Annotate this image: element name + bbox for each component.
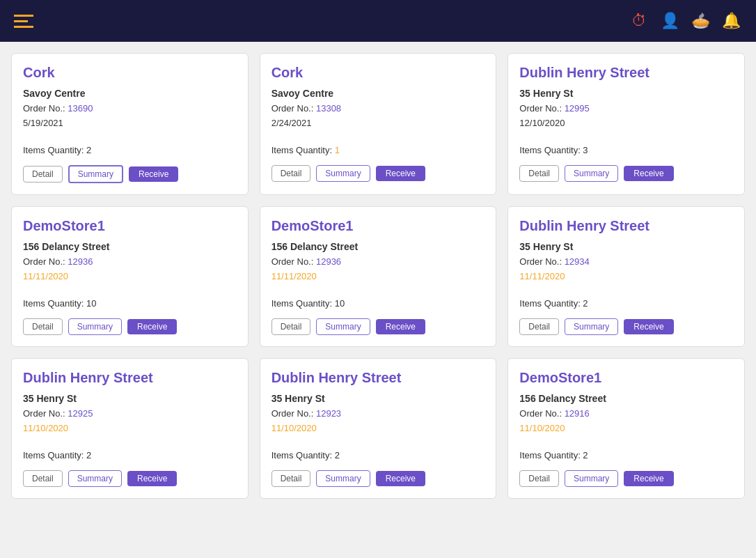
card-date-5: 11/11/2020 bbox=[519, 271, 733, 281]
receive-button-7[interactable]: Receive bbox=[376, 471, 425, 486]
card-address-1: Savoy Centre bbox=[271, 88, 485, 99]
summary-button-3[interactable]: Summary bbox=[68, 318, 122, 335]
card-title-1: Cork bbox=[271, 65, 485, 81]
bell-icon[interactable]: 🔔 bbox=[720, 10, 742, 32]
cards-grid: Cork Savoy Centre Order No.: 13690 5/19/… bbox=[11, 53, 745, 499]
card-date-1: 2/24/2021 bbox=[271, 118, 485, 128]
card-order-1: Order No.: 13308 bbox=[271, 103, 485, 114]
card-title-3: DemoStore1 bbox=[23, 218, 237, 234]
card-address-8: 156 Delancy Street bbox=[519, 393, 733, 404]
card-5: Dublin Henry Street 35 Henry St Order No… bbox=[507, 206, 745, 347]
card-date-0: 5/19/2021 bbox=[23, 118, 237, 128]
user-icon[interactable]: 👤 bbox=[659, 10, 681, 32]
summary-button-5[interactable]: Summary bbox=[565, 318, 618, 335]
card-items-3: Items Quantity: 10 bbox=[23, 298, 237, 309]
summary-button-2[interactable]: Summary bbox=[565, 165, 618, 182]
receive-button-3[interactable]: Receive bbox=[127, 319, 177, 334]
card-7: Dublin Henry Street 35 Henry St Order No… bbox=[260, 358, 497, 499]
card-date-3: 11/11/2020 bbox=[23, 271, 237, 281]
card-items-6: Items Quantity: 2 bbox=[23, 450, 237, 460]
card-buttons-1: Detail Summary Receive bbox=[271, 165, 485, 182]
card-order-3: Order No.: 12936 bbox=[23, 256, 237, 267]
card-0: Cork Savoy Centre Order No.: 13690 5/19/… bbox=[11, 53, 249, 195]
card-order-6: Order No.: 12925 bbox=[23, 408, 237, 419]
card-title-0: Cork bbox=[23, 65, 237, 81]
hamburger-menu[interactable] bbox=[14, 15, 33, 28]
card-items-8: Items Quantity: 2 bbox=[519, 450, 733, 460]
card-order-0: Order No.: 13690 bbox=[23, 103, 237, 114]
card-3: DemoStore1 156 Delancy Street Order No.:… bbox=[11, 206, 249, 347]
card-title-4: DemoStore1 bbox=[271, 218, 485, 234]
card-items-7: Items Quantity: 2 bbox=[271, 450, 485, 460]
detail-button-6[interactable]: Detail bbox=[23, 470, 63, 487]
detail-button-1[interactable]: Detail bbox=[271, 165, 311, 182]
card-address-7: 35 Henry St bbox=[271, 393, 485, 404]
breadcrumb bbox=[45, 15, 53, 27]
main-scroll[interactable]: Cork Savoy Centre Order No.: 13690 5/19/… bbox=[0, 42, 756, 558]
card-buttons-7: Detail Summary Receive bbox=[271, 470, 485, 487]
card-address-4: 156 Delancy Street bbox=[271, 241, 485, 252]
receive-button-1[interactable]: Receive bbox=[376, 166, 425, 181]
summary-button-7[interactable]: Summary bbox=[316, 470, 370, 487]
card-items-4: Items Quantity: 10 bbox=[271, 298, 485, 309]
card-date-7: 11/10/2020 bbox=[271, 423, 485, 433]
card-date-4: 11/11/2020 bbox=[271, 271, 485, 281]
receive-button-2[interactable]: Receive bbox=[624, 166, 673, 181]
card-date-2: 12/10/2020 bbox=[519, 118, 733, 128]
card-buttons-3: Detail Summary Receive bbox=[23, 318, 237, 335]
card-buttons-6: Detail Summary Receive bbox=[23, 470, 237, 487]
receive-button-6[interactable]: Receive bbox=[127, 471, 177, 486]
card-6: Dublin Henry Street 35 Henry St Order No… bbox=[11, 358, 249, 499]
card-order-2: Order No.: 12995 bbox=[519, 103, 733, 114]
card-order-5: Order No.: 12934 bbox=[519, 256, 733, 267]
card-buttons-8: Detail Summary Receive bbox=[519, 470, 733, 487]
summary-button-8[interactable]: Summary bbox=[565, 470, 618, 487]
summary-button-4[interactable]: Summary bbox=[316, 318, 370, 335]
card-title-8: DemoStore1 bbox=[519, 370, 733, 386]
card-date-8: 11/10/2020 bbox=[519, 423, 733, 433]
header: ⏱ 👤 🥧 🔔 bbox=[0, 0, 756, 42]
card-address-2: 35 Henry St bbox=[519, 88, 733, 99]
detail-button-3[interactable]: Detail bbox=[23, 318, 63, 335]
receive-button-8[interactable]: Receive bbox=[624, 471, 673, 486]
card-items-5: Items Quantity: 2 bbox=[519, 298, 733, 309]
card-order-4: Order No.: 12936 bbox=[271, 256, 485, 267]
card-address-0: Savoy Centre bbox=[23, 88, 237, 99]
card-address-5: 35 Henry St bbox=[519, 241, 733, 252]
card-order-7: Order No.: 12923 bbox=[271, 408, 485, 419]
card-date-6: 11/10/2020 bbox=[23, 423, 237, 433]
clock-icon[interactable]: ⏱ bbox=[628, 10, 650, 32]
card-4: DemoStore1 156 Delancy Street Order No.:… bbox=[260, 206, 497, 347]
card-items-2: Items Quantity: 3 bbox=[519, 145, 733, 155]
card-buttons-5: Detail Summary Receive bbox=[519, 318, 733, 335]
card-title-5: Dublin Henry Street bbox=[519, 218, 733, 234]
card-title-6: Dublin Henry Street bbox=[23, 370, 237, 386]
detail-button-8[interactable]: Detail bbox=[519, 470, 559, 487]
header-left bbox=[14, 15, 53, 28]
card-2: Dublin Henry Street 35 Henry St Order No… bbox=[507, 53, 745, 195]
receive-button-0[interactable]: Receive bbox=[129, 166, 178, 182]
receive-button-5[interactable]: Receive bbox=[624, 319, 673, 334]
header-icons: ⏱ 👤 🥧 🔔 bbox=[628, 10, 742, 32]
main-content: Cork Savoy Centre Order No.: 13690 5/19/… bbox=[0, 42, 756, 558]
card-buttons-0: Detail Summary Receive bbox=[23, 165, 237, 183]
summary-button-6[interactable]: Summary bbox=[68, 470, 122, 487]
pie-chart-icon[interactable]: 🥧 bbox=[689, 10, 711, 32]
card-address-6: 35 Henry St bbox=[23, 393, 237, 404]
summary-button-0[interactable]: Summary bbox=[68, 165, 123, 183]
card-items-1: Items Quantity: 1 bbox=[271, 145, 485, 155]
card-items-0: Items Quantity: 2 bbox=[23, 145, 237, 155]
card-buttons-2: Detail Summary Receive bbox=[519, 165, 733, 182]
detail-button-7[interactable]: Detail bbox=[271, 470, 311, 487]
card-title-2: Dublin Henry Street bbox=[519, 65, 733, 81]
summary-button-1[interactable]: Summary bbox=[316, 165, 370, 182]
receive-button-4[interactable]: Receive bbox=[376, 319, 425, 334]
detail-button-5[interactable]: Detail bbox=[519, 318, 559, 335]
detail-button-4[interactable]: Detail bbox=[271, 318, 311, 335]
detail-button-2[interactable]: Detail bbox=[519, 165, 559, 182]
card-title-7: Dublin Henry Street bbox=[271, 370, 485, 386]
detail-button-0[interactable]: Detail bbox=[23, 166, 63, 183]
card-address-3: 156 Delancy Street bbox=[23, 241, 237, 252]
card-1: Cork Savoy Centre Order No.: 13308 2/24/… bbox=[260, 53, 497, 195]
card-buttons-4: Detail Summary Receive bbox=[271, 318, 485, 335]
